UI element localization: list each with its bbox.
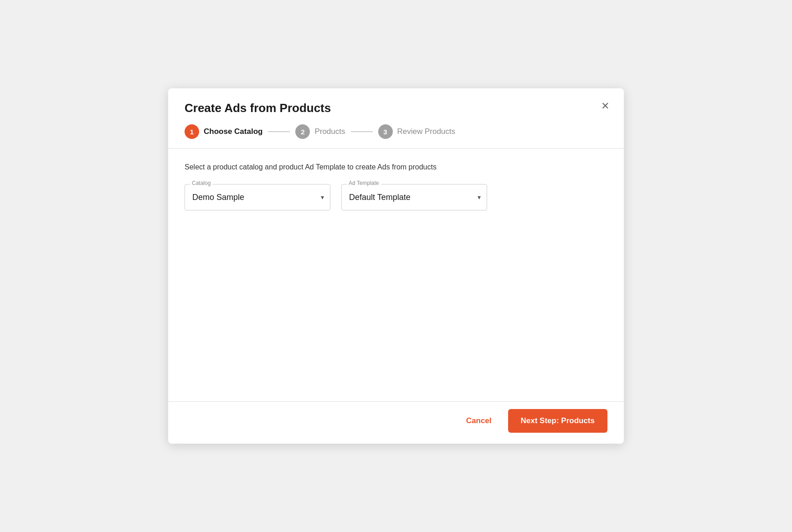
step-3-circle: 3 [378,124,393,139]
step-1-label: Choose Catalog [204,127,262,136]
modal-footer: Cancel Next Step: Products [168,401,624,444]
close-button[interactable]: ✕ [599,99,611,113]
catalog-field: Catalog Demo Sample Option 2 Option 3 ▾ [185,184,330,210]
modal-dialog: Create Ads from Products ✕ 1 Choose Cata… [168,88,624,444]
step-1-circle: 1 [185,124,199,139]
ad-template-select[interactable]: Default Template Template 2 Template 3 [341,184,487,210]
catalog-label: Catalog [190,180,212,186]
step-1: 1 Choose Catalog [185,124,262,139]
step-divider-2 [351,131,373,132]
instructions-text: Select a product catalog and product Ad … [185,163,607,171]
stepper: 1 Choose Catalog 2 Products 3 [185,124,607,139]
step-2-label: Products [314,127,345,136]
modal-header: Create Ads from Products ✕ 1 Choose Cata… [168,88,624,148]
catalog-select[interactable]: Demo Sample Option 2 Option 3 [185,184,330,210]
step-2: 2 Products [295,124,345,139]
close-icon: ✕ [601,100,609,112]
ad-template-field: Ad Template Default Template Template 2 … [341,184,487,210]
modal-title: Create Ads from Products [185,101,607,115]
step-3-label: Review Products [397,127,456,136]
modal-overlay: Create Ads from Products ✕ 1 Choose Cata… [91,61,701,471]
ad-template-label: Ad Template [347,180,381,186]
step-divider-1 [268,131,290,132]
step-2-circle: 2 [295,124,310,139]
next-step-button[interactable]: Next Step: Products [508,409,607,433]
modal-body: Select a product catalog and product Ad … [168,148,624,401]
step-3: 3 Review Products [378,124,456,139]
form-row: Catalog Demo Sample Option 2 Option 3 ▾ … [185,184,607,210]
cancel-button[interactable]: Cancel [459,412,499,430]
